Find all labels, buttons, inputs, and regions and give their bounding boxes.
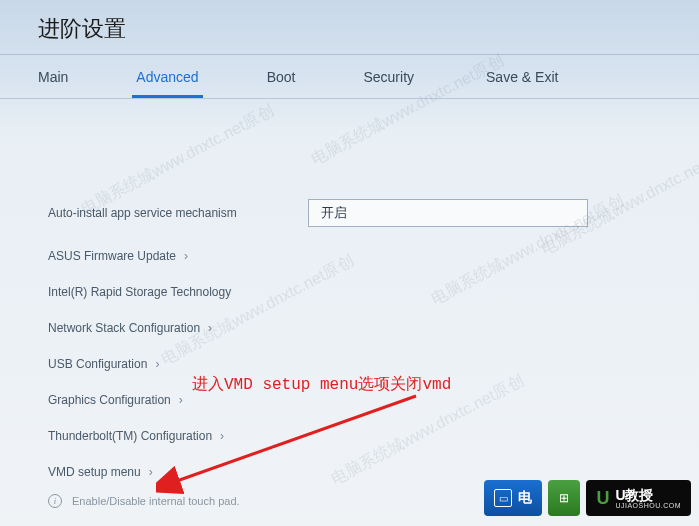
asus-firmware-update[interactable]: ASUS Firmware Update › <box>48 249 651 263</box>
hint-row: i Enable/Disable internal touch pad. <box>48 494 240 508</box>
chevron-right-icon: › <box>179 393 183 407</box>
info-icon: i <box>48 494 62 508</box>
tab-save-exit[interactable]: Save & Exit <box>486 57 558 97</box>
auto-service-value: 开启 <box>321 204 347 222</box>
thunderbolt-config[interactable]: Thunderbolt(TM) Configuration › <box>48 429 651 443</box>
chevron-right-icon: › <box>184 249 188 263</box>
item-label: VMD setup menu <box>48 465 141 479</box>
page-title: 进阶设置 <box>0 0 699 55</box>
chevron-right-icon: › <box>220 429 224 443</box>
badge-u-main: U教授 <box>615 488 681 502</box>
auto-service-select[interactable]: 开启 <box>308 199 588 227</box>
vmd-setup-menu[interactable]: VMD setup menu › <box>48 465 651 479</box>
badge-windows: ⊞ <box>548 480 580 516</box>
tab-advanced[interactable]: Advanced <box>136 57 198 97</box>
item-label: ASUS Firmware Update <box>48 249 176 263</box>
u-icon: U <box>596 488 609 509</box>
windows-icon: ⊞ <box>559 491 569 505</box>
item-label: Graphics Configuration <box>48 393 171 407</box>
item-label: Network Stack Configuration <box>48 321 200 335</box>
badge-group: ▭ 电 ⊞ U U教授 UJIAOSHOU.COM <box>484 480 691 516</box>
item-label: USB Configuration <box>48 357 147 371</box>
chevron-right-icon: › <box>208 321 212 335</box>
badge-ujiaoshou: U U教授 UJIAOSHOU.COM <box>586 480 691 516</box>
badge-dian: ▭ 电 <box>484 480 542 516</box>
badge-dian-text: 电 <box>518 489 532 507</box>
item-label: Thunderbolt(TM) Configuration <box>48 429 212 443</box>
item-label: Intel(R) Rapid Storage Technology <box>48 285 231 299</box>
tabs-bar: Main Advanced Boot Security Save & Exit <box>0 55 699 99</box>
auto-service-label: Auto-install app service mechanism <box>48 206 308 220</box>
hint-text: Enable/Disable internal touch pad. <box>72 495 240 507</box>
badge-u-sub: UJIAOSHOU.COM <box>615 502 681 509</box>
monitor-icon: ▭ <box>494 489 512 507</box>
network-stack-config[interactable]: Network Stack Configuration › <box>48 321 651 335</box>
tab-main[interactable]: Main <box>38 57 68 97</box>
tab-security[interactable]: Security <box>363 57 414 97</box>
settings-panel: Auto-install app service mechanism 开启 AS… <box>0 99 699 479</box>
annotation-text: 进入VMD setup menu选项关闭vmd <box>192 374 451 395</box>
intel-rst[interactable]: Intel(R) Rapid Storage Technology <box>48 285 651 299</box>
graphics-config[interactable]: Graphics Configuration › <box>48 393 651 407</box>
auto-service-row: Auto-install app service mechanism 开启 <box>48 199 651 227</box>
chevron-right-icon: › <box>149 465 153 479</box>
chevron-right-icon: › <box>155 357 159 371</box>
tab-boot[interactable]: Boot <box>267 57 296 97</box>
usb-config[interactable]: USB Configuration › <box>48 357 651 371</box>
